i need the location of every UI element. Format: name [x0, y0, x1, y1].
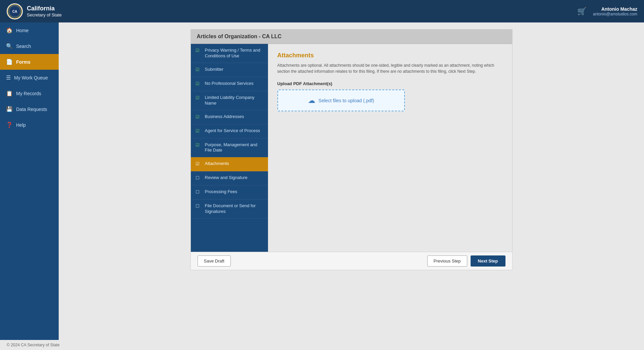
section-title: Attachments [277, 52, 503, 59]
footer-text: © 2024 CA Secretary of State [7, 343, 60, 347]
sidebar-item-home[interactable]: 🏠 Home [0, 22, 59, 38]
work-queue-icon: ☰ [6, 74, 11, 81]
state-seal: CA [7, 3, 23, 19]
step-label-no-professional: No Professional Services [205, 81, 254, 86]
search-icon: 🔍 [6, 43, 13, 49]
main-layout: 🏠 Home 🔍 Search 📄 Forms ☰ My Work Queue … [0, 22, 644, 340]
step-check-review: ☐ [196, 175, 202, 181]
dept-name: Secretary of State [27, 12, 62, 18]
bottom-right-buttons: Previous Step Next Step [427, 255, 505, 267]
form-panel: Articles of Organization - CA LLC ☑ Priv… [191, 29, 513, 270]
step-label-submitter: Submitter [205, 67, 224, 72]
step-label-agent-service: Agent for Service of Process [205, 128, 260, 134]
records-icon: 📋 [6, 90, 13, 97]
step-attachments[interactable]: ☑ Attachments [191, 157, 268, 171]
sidebar-label-search: Search [16, 44, 31, 49]
attachments-content: Attachments Attachments are optional. Al… [268, 44, 512, 252]
step-purpose[interactable]: ☑ Purpose, Management and File Date [191, 138, 268, 158]
help-icon: ❓ [6, 122, 13, 128]
step-label-llc-name: Limited Liability Company Name [205, 95, 263, 106]
sidebar-item-data-requests[interactable]: 💾 Data Requests [0, 101, 59, 117]
forms-icon: 📄 [6, 59, 13, 65]
step-no-professional[interactable]: ☑ No Professional Services [191, 77, 268, 91]
cart-icon[interactable]: 🛒 [577, 7, 586, 16]
save-draft-button[interactable]: Save Draft [198, 255, 231, 267]
step-check-purpose: ☑ [196, 142, 202, 149]
step-check-privacy: ☑ [196, 48, 202, 54]
step-check-business-addresses: ☑ [196, 114, 202, 120]
step-check-file-doc: ☐ [196, 203, 202, 210]
sidebar-label-records: My Records [16, 91, 41, 96]
step-business-addresses[interactable]: ☑ Business Addresses [191, 110, 268, 124]
step-check-submitter: ☑ [196, 67, 202, 73]
page-footer: © 2024 CA Secretary of State [0, 340, 644, 350]
form-title: Articles of Organization - CA LLC [197, 34, 282, 39]
data-requests-icon: 💾 [6, 106, 13, 112]
user-info: Antonio Machaz antonio@amstudios.com [593, 6, 637, 16]
step-label-fees: Processing Fees [205, 189, 237, 195]
header-user-area: 🛒 Antonio Machaz antonio@amstudios.com [577, 6, 637, 16]
step-label-file-doc: File Document or Send for Signatures [205, 203, 263, 215]
previous-step-button[interactable]: Previous Step [427, 255, 467, 267]
sidebar: 🏠 Home 🔍 Search 📄 Forms ☰ My Work Queue … [0, 22, 59, 340]
step-check-fees: ☐ [196, 189, 202, 195]
step-check-no-professional: ☑ [196, 81, 202, 87]
upload-placeholder: Select files to upload (.pdf) [319, 98, 374, 103]
app-header: CA California Secretary of State 🛒 Anton… [0, 0, 644, 22]
step-review[interactable]: ☐ Review and Signature [191, 171, 268, 185]
sidebar-label-home: Home [16, 28, 29, 33]
state-name: California [27, 5, 62, 12]
step-label-privacy: Privacy Warning / Terms and Conditions o… [205, 48, 263, 59]
sidebar-label-help: Help [16, 122, 26, 128]
step-label-attachments: Attachments [205, 161, 229, 167]
step-check-llc-name: ☑ [196, 95, 202, 101]
step-check-attachments: ☑ [196, 161, 202, 167]
step-submitter[interactable]: ☑ Submitter [191, 63, 268, 77]
sidebar-item-records[interactable]: 📋 My Records [0, 85, 59, 101]
next-step-button[interactable]: Next Step [471, 255, 505, 267]
form-panel-header: Articles of Organization - CA LLC [191, 30, 512, 44]
sidebar-item-work-queue[interactable]: ☰ My Work Queue [0, 70, 59, 85]
sidebar-item-forms[interactable]: 📄 Forms [0, 54, 59, 70]
sidebar-item-search[interactable]: 🔍 Search [0, 38, 59, 54]
upload-zone[interactable]: ☁ Select files to upload (.pdf) [277, 90, 405, 111]
content-area: Articles of Organization - CA LLC ☑ Priv… [59, 22, 644, 340]
step-file-doc[interactable]: ☐ File Document or Send for Signatures [191, 199, 268, 219]
step-privacy[interactable]: ☑ Privacy Warning / Terms and Conditions… [191, 44, 268, 63]
header-logo-area: CA California Secretary of State [7, 3, 62, 19]
step-llc-name[interactable]: ☑ Limited Liability Company Name [191, 91, 268, 110]
step-fees[interactable]: ☐ Processing Fees [191, 185, 268, 199]
sidebar-label-forms: Forms [16, 59, 31, 65]
svg-text:CA: CA [12, 10, 17, 13]
step-agent-service[interactable]: ☑ Agent for Service of Process [191, 124, 268, 138]
sidebar-label-data-requests: Data Requests [16, 107, 47, 112]
user-name: Antonio Machaz [593, 6, 637, 12]
upload-label: Upload PDF Attachment(s) [277, 81, 503, 86]
upload-icon: ☁ [308, 96, 315, 105]
form-panel-body: ☑ Privacy Warning / Terms and Conditions… [191, 44, 512, 252]
step-label-purpose: Purpose, Management and File Date [205, 142, 263, 154]
step-label-business-addresses: Business Addresses [205, 114, 244, 120]
section-desc: Attachments are optional. All attachment… [277, 62, 503, 74]
step-label-review: Review and Signature [205, 175, 248, 181]
sidebar-label-work-queue: My Work Queue [14, 75, 48, 80]
step-check-agent-service: ☑ [196, 128, 202, 134]
bottom-bar: Save Draft Previous Step Next Step [191, 252, 512, 270]
user-email: antonio@amstudios.com [593, 12, 637, 16]
header-title: California Secretary of State [27, 5, 62, 17]
home-icon: 🏠 [6, 27, 13, 34]
steps-panel: ☑ Privacy Warning / Terms and Conditions… [191, 44, 268, 252]
sidebar-item-help[interactable]: ❓ Help [0, 117, 59, 133]
